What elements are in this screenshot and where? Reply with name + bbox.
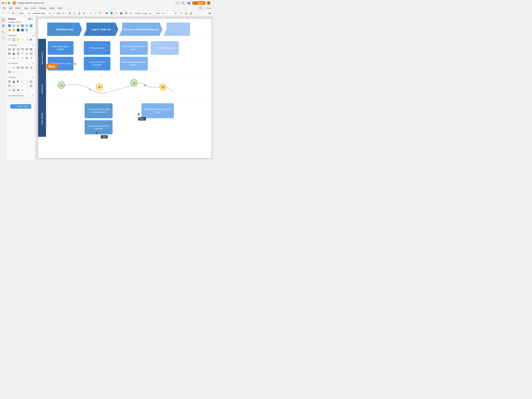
waypoint-btn[interactable]: ⊥	[148, 11, 152, 15]
menu-file[interactable]: File	[1, 7, 7, 10]
shp-rect[interactable]	[8, 80, 11, 83]
menu-view[interactable]: View	[22, 7, 29, 10]
fc-circle[interactable]	[16, 52, 20, 55]
shp-line[interactable]: —	[21, 88, 24, 92]
arrow-start-select[interactable]: None	[154, 11, 164, 15]
shape-face1[interactable]: 😊	[16, 24, 20, 28]
redo-btn[interactable]: →	[6, 11, 10, 15]
font-size-increase[interactable]: +	[61, 11, 65, 15]
video-icon[interactable]: 📷	[187, 1, 191, 5]
cont-3[interactable]	[16, 66, 20, 69]
fc-diamond[interactable]	[12, 48, 16, 51]
shp-up-arrow[interactable]: ↑	[16, 84, 20, 88]
monitor-icon[interactable]: ⬜	[175, 1, 180, 5]
std-text[interactable]: T	[8, 38, 11, 42]
cont-5[interactable]	[25, 66, 29, 69]
emotion-happy-0[interactable]: 😊	[58, 82, 65, 89]
format-btn[interactable]: ⊞	[11, 11, 15, 15]
menu-select[interactable]: Select	[14, 7, 22, 10]
cont-pipe[interactable]: ||	[12, 70, 16, 74]
cont-oval[interactable]	[29, 66, 33, 69]
table-btn[interactable]: ⊞	[105, 11, 109, 15]
stage-download-app[interactable]: Download app	[47, 23, 82, 36]
fc-doc[interactable]	[21, 48, 24, 51]
fc-rect4[interactable]	[29, 52, 33, 55]
fc-rect[interactable]	[8, 48, 11, 51]
shp-pent[interactable]: ⬠	[21, 80, 24, 83]
shp-ud-arrow[interactable]: ↕	[25, 84, 29, 88]
cont-1[interactable]: |	[8, 66, 11, 69]
font-color-btn[interactable]: A	[82, 11, 86, 15]
pain-too-many-steps[interactable]: Too many steps to create an online accou…	[85, 103, 113, 118]
fc-code2[interactable]: []	[21, 56, 24, 60]
shp-rect2[interactable]	[29, 80, 33, 83]
fc-rect3[interactable]	[8, 52, 11, 55]
std-yellow[interactable]	[16, 38, 20, 42]
menu-share[interactable]: Share	[48, 7, 56, 10]
line-color-btn[interactable]: ✏️	[114, 11, 119, 15]
stage-4[interactable]	[163, 23, 190, 36]
pain-notifications[interactable]: Notifications don't clear when clicked	[141, 103, 174, 118]
star-icon[interactable]: ☆	[45, 2, 47, 4]
fc-hex[interactable]: ⬡	[8, 56, 11, 60]
shape-blue-rect[interactable]	[8, 24, 11, 28]
emotion-neutral-3[interactable]: 😐	[159, 84, 166, 91]
search-nodes-btn[interactable]: ⊞	[198, 6, 203, 10]
font-size-decrease[interactable]: −	[51, 11, 56, 15]
lock-btn[interactable]: 🔒	[184, 11, 188, 15]
shp-star[interactable]: ★	[8, 88, 11, 92]
shape-face2[interactable]: 😐	[8, 28, 11, 32]
emotion-happy-2[interactable]: 😊	[131, 79, 138, 86]
shape-light-rect[interactable]	[12, 24, 16, 28]
shape-dark-rect[interactable]	[21, 24, 24, 28]
fc-plus[interactable]: ⊕	[25, 52, 29, 55]
standard-close[interactable]: ✕	[32, 34, 34, 37]
shapes-section-close[interactable]: ✕	[32, 76, 34, 79]
std-play[interactable]	[29, 38, 33, 42]
connection-btn[interactable]: ⊟	[124, 11, 128, 15]
containers-close[interactable]: ✕	[32, 62, 34, 65]
fc-list[interactable]: ☰	[29, 56, 33, 60]
shp-tri[interactable]	[12, 80, 16, 83]
menu-help[interactable]: Help •	[56, 7, 64, 10]
shape-library-btn[interactable]: + + Shape Library	[10, 104, 31, 109]
emotion-neutral-1[interactable]: 😐	[96, 83, 103, 90]
font-select[interactable]: Liberation Sans	[31, 11, 51, 15]
shape-mid-blue[interactable]	[21, 28, 24, 32]
style-select[interactable]: Body *	[17, 11, 30, 15]
std-arrow[interactable]: ↗	[25, 38, 29, 42]
menu-arrange[interactable]: Arrange	[38, 7, 48, 10]
bold-btn[interactable]: B	[68, 11, 72, 15]
std-thunder[interactable]: ⚡	[21, 38, 24, 42]
stage-dashboard[interactable]: Accesses account dashboard	[119, 23, 162, 36]
shp-diamond[interactable]	[12, 88, 16, 92]
text-more-btn[interactable]: T⁺	[98, 11, 102, 15]
shapes-search-icon[interactable]: 🔍	[31, 18, 34, 20]
layers-panel-icon[interactable]: ≡	[1, 36, 6, 40]
shape-light-blue2[interactable]	[25, 28, 29, 32]
stage-login[interactable]: Log-in / Sign-up	[83, 23, 118, 36]
bg-btn[interactable]: ▨	[119, 11, 123, 15]
undo-btn[interactable]: ←	[1, 11, 5, 15]
fc-table[interactable]: ▦	[25, 56, 29, 60]
shape-blue-rect2[interactable]	[29, 24, 33, 28]
search-panel-icon[interactable]: 🔍	[1, 30, 6, 34]
card-checks-notifications[interactable]: Checks notifications	[151, 41, 179, 55]
fc-stadium[interactable]	[16, 48, 20, 51]
pain-no-way-to-view[interactable]: No way to view account snapshots	[85, 120, 113, 134]
image-panel-icon[interactable]: 🖼	[1, 24, 6, 28]
avatar[interactable]	[207, 1, 211, 5]
saved-shapes-close[interactable]: ✕	[32, 94, 34, 97]
align-left-btn[interactable]: ≡	[89, 11, 93, 15]
shp-arrows[interactable]: ⇒	[12, 84, 16, 88]
menu-insert[interactable]: Insert	[30, 7, 38, 10]
play-icon[interactable]: ▶	[181, 1, 185, 5]
cont-4[interactable]	[21, 66, 24, 69]
card-sets-up[interactable]: Sets up account	[84, 41, 110, 55]
cont-2[interactable]: ⊟	[12, 66, 16, 69]
align-center-btn[interactable]: ≡	[93, 11, 98, 15]
canvas-area[interactable]: User actions Emotions Pain points Downlo…	[35, 16, 213, 160]
cont-bracket[interactable]: [ ]	[16, 70, 20, 74]
group-btn[interactable]: 🔐	[189, 11, 193, 15]
card-views-checking[interactable]: Views checking transaction history	[120, 57, 148, 70]
